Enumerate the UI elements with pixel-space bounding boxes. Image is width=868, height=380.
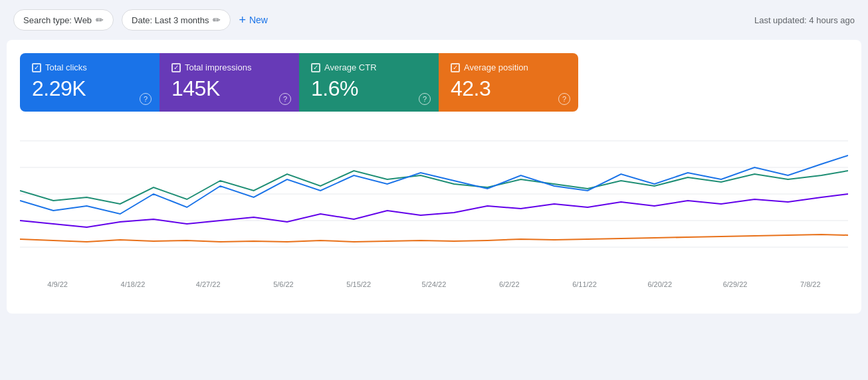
checkbox-position bbox=[451, 63, 460, 72]
metric-value-impressions: 145K bbox=[171, 76, 287, 101]
x-label-3: 5/6/22 bbox=[246, 280, 321, 288]
last-updated: Last updated: 4 hours ago bbox=[754, 15, 855, 25]
x-label-6: 6/2/22 bbox=[472, 280, 547, 288]
metric-title-impressions: Total impressions bbox=[185, 62, 251, 72]
x-label-0: 4/9/22 bbox=[20, 280, 95, 288]
help-icon-impressions[interactable]: ? bbox=[279, 93, 291, 105]
x-axis-labels: 4/9/22 4/18/22 4/27/22 5/6/22 5/15/22 5/… bbox=[20, 278, 848, 288]
x-label-9: 6/29/22 bbox=[697, 280, 772, 288]
checkbox-ctr bbox=[311, 63, 320, 72]
search-type-label: Search type: Web bbox=[23, 15, 92, 25]
clicks-line bbox=[20, 155, 848, 214]
x-label-2: 4/27/22 bbox=[171, 280, 246, 288]
x-label-10: 7/8/22 bbox=[773, 280, 848, 288]
metric-label-ctr: Average CTR bbox=[311, 62, 427, 72]
chart-container: 4/9/22 4/18/22 4/27/22 5/6/22 5/15/22 5/… bbox=[20, 128, 848, 300]
metric-label-position: Average position bbox=[451, 62, 566, 72]
metrics-row: Total clicks 2.29K ? Total impressions 1… bbox=[20, 53, 578, 112]
date-label: Date: Last 3 months bbox=[132, 15, 209, 25]
metric-title-position: Average position bbox=[464, 62, 528, 72]
metric-card-impressions[interactable]: Total impressions 145K ? bbox=[160, 53, 299, 112]
x-label-7: 6/11/22 bbox=[547, 280, 622, 288]
help-icon-clicks[interactable]: ? bbox=[140, 93, 152, 105]
checkbox-clicks bbox=[32, 63, 41, 72]
search-type-filter[interactable]: Search type: Web ✏ bbox=[13, 9, 114, 31]
metric-value-clicks: 2.29K bbox=[32, 76, 148, 101]
metric-label-impressions: Total impressions bbox=[171, 62, 287, 72]
date-filter[interactable]: Date: Last 3 months ✏ bbox=[122, 9, 231, 31]
edit-icon-date: ✏ bbox=[213, 15, 221, 25]
x-label-1: 4/18/22 bbox=[95, 280, 170, 288]
edit-icon: ✏ bbox=[96, 15, 104, 25]
metric-title-ctr: Average CTR bbox=[324, 62, 377, 72]
plus-icon: + bbox=[239, 13, 246, 27]
new-button[interactable]: + New bbox=[239, 13, 268, 27]
metric-value-ctr: 1.6% bbox=[311, 76, 427, 101]
x-label-8: 6/20/22 bbox=[622, 280, 697, 288]
x-label-5: 5/24/22 bbox=[396, 280, 471, 288]
main-content: Total clicks 2.29K ? Total impressions 1… bbox=[7, 40, 861, 314]
metric-card-ctr[interactable]: Average CTR 1.6% ? bbox=[299, 53, 439, 112]
chart-svg bbox=[20, 128, 848, 274]
top-bar: Search type: Web ✏ Date: Last 3 months ✏… bbox=[0, 0, 868, 40]
metric-value-position: 42.3 bbox=[451, 76, 566, 101]
position-line bbox=[20, 235, 848, 242]
metric-label-clicks: Total clicks bbox=[32, 62, 148, 72]
x-label-4: 5/15/22 bbox=[321, 280, 396, 288]
help-icon-ctr[interactable]: ? bbox=[419, 93, 431, 105]
metric-card-position[interactable]: Average position 42.3 ? bbox=[439, 53, 578, 112]
checkbox-impressions bbox=[171, 63, 181, 72]
metric-title-clicks: Total clicks bbox=[45, 62, 87, 72]
metric-card-clicks[interactable]: Total clicks 2.29K ? bbox=[20, 53, 160, 112]
help-icon-position[interactable]: ? bbox=[558, 93, 570, 105]
new-label: New bbox=[249, 15, 268, 25]
